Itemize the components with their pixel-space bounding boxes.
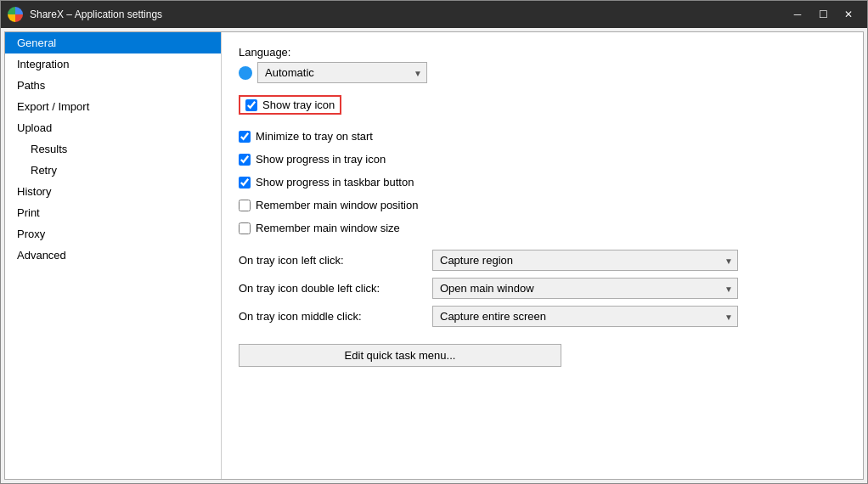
language-label: Language: (239, 46, 846, 59)
tray-dropdown-wrapper-double-left-click: Capture regionOpen main windowCapture en… (432, 278, 738, 299)
tray-click-section: On tray icon left click:Capture regionOp… (239, 250, 846, 327)
tray-dropdown-wrapper-middle-click: Capture regionOpen main windowCapture en… (432, 306, 738, 327)
checkbox-remember-window-pos[interactable] (239, 200, 251, 211)
maximize-button[interactable]: ☐ (811, 5, 835, 24)
checkbox-row-show-tray-icon: Show tray icon (239, 95, 341, 115)
checkbox-remember-window-size[interactable] (239, 222, 251, 234)
sidebar-item-upload[interactable]: Upload (5, 117, 221, 138)
language-select-wrapper: AutomaticEnglishFrenchGermanSpanish ▼ (257, 62, 427, 83)
minimize-button[interactable]: ─ (786, 5, 809, 24)
checkbox-show-progress-taskbar[interactable] (239, 177, 251, 189)
sidebar-item-print[interactable]: Print (5, 202, 221, 223)
tray-click-select-double-left-click[interactable]: Capture regionOpen main windowCapture en… (432, 278, 738, 299)
checkbox-show-progress-tray[interactable] (239, 154, 251, 166)
checkbox-row-minimize-to-tray: Minimize to tray on start (239, 128, 846, 144)
sidebar-item-proxy[interactable]: Proxy (5, 223, 221, 245)
checkbox-row-remember-window-size: Remember main window size (239, 220, 846, 236)
language-select[interactable]: AutomaticEnglishFrenchGermanSpanish (257, 62, 427, 83)
application-window: ShareX – Application settings ─ ☐ ✕ Gene… (0, 0, 868, 484)
checkbox-row-show-progress-tray: Show progress in tray icon (239, 151, 846, 167)
checkbox-label-show-progress-taskbar: Show progress in taskbar button (256, 176, 414, 189)
checkbox-label-remember-window-size: Remember main window size (256, 222, 400, 234)
tray-click-row-left-click: On tray icon left click:Capture regionOp… (239, 250, 846, 271)
sidebar-item-history[interactable]: History (5, 181, 221, 202)
checkbox-label-show-tray-icon: Show tray icon (262, 98, 335, 111)
title-bar: ShareX – Application settings ─ ☐ ✕ (1, 1, 867, 28)
window-title: ShareX – Application settings (30, 8, 786, 20)
sidebar-item-results[interactable]: Results (5, 138, 221, 160)
checkbox-minimize-to-tray[interactable] (239, 131, 251, 143)
checkbox-label-minimize-to-tray: Minimize to tray on start (256, 130, 373, 143)
sidebar-item-export-import[interactable]: Export / Import (5, 96, 221, 117)
sidebar-item-advanced[interactable]: Advanced (5, 245, 221, 266)
checkbox-label-remember-window-pos: Remember main window position (256, 199, 418, 211)
tray-click-row-middle-click: On tray icon middle click:Capture region… (239, 306, 846, 327)
tray-click-label-double-left-click: On tray icon double left click: (239, 282, 426, 295)
checkbox-row-show-progress-taskbar: Show progress in taskbar button (239, 174, 846, 190)
tray-click-row-double-left-click: On tray icon double left click:Capture r… (239, 278, 846, 299)
sidebar-item-general[interactable]: General (5, 32, 221, 53)
sidebar-item-paths[interactable]: Paths (5, 75, 221, 96)
sidebar-item-integration[interactable]: Integration (5, 53, 221, 75)
checkbox-label-show-progress-tray: Show progress in tray icon (256, 153, 386, 166)
tray-click-label-middle-click: On tray icon middle click: (239, 310, 426, 323)
checkboxes-container: Show tray iconMinimize to tray on startS… (239, 95, 846, 236)
sidebar: GeneralIntegrationPathsExport / ImportUp… (5, 32, 222, 479)
sidebar-item-retry[interactable]: Retry (5, 160, 221, 181)
tray-click-select-left-click[interactable]: Capture regionOpen main windowCapture en… (432, 250, 738, 271)
tray-click-label-left-click: On tray icon left click: (239, 254, 426, 267)
checkbox-show-tray-icon[interactable] (245, 99, 257, 111)
language-dropdown-wrapper: AutomaticEnglishFrenchGermanSpanish ▼ (239, 62, 846, 83)
settings-panel: Language: AutomaticEnglishFrenchGermanSp… (222, 32, 863, 479)
app-icon (8, 7, 23, 22)
edit-quick-task-button[interactable]: Edit quick task menu... (239, 344, 561, 367)
close-button[interactable]: ✕ (837, 5, 860, 24)
window-controls: ─ ☐ ✕ (786, 5, 860, 24)
globe-icon (239, 66, 252, 80)
tray-dropdown-wrapper-left-click: Capture regionOpen main windowCapture en… (432, 250, 738, 271)
language-field: Language: AutomaticEnglishFrenchGermanSp… (239, 46, 846, 83)
main-area: GeneralIntegrationPathsExport / ImportUp… (4, 31, 864, 480)
tray-click-select-middle-click[interactable]: Capture regionOpen main windowCapture en… (432, 306, 738, 327)
checkbox-row-remember-window-pos: Remember main window position (239, 197, 846, 213)
